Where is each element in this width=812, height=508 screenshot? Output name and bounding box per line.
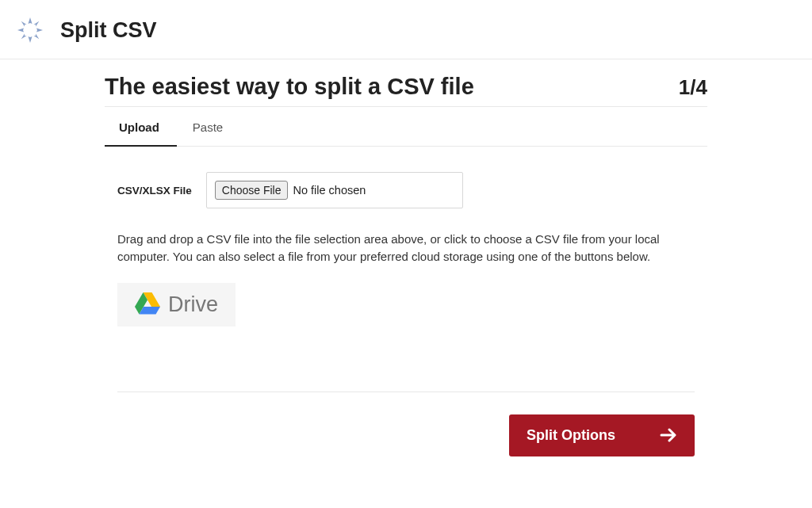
file-input-label: CSV/XLSX File: [117, 185, 192, 197]
tabs: Upload Paste: [105, 109, 707, 147]
svg-marker-3: [36, 29, 43, 32]
google-drive-label: Drive: [168, 292, 218, 317]
heading-row: The easiest way to split a CSV file 1/4: [105, 74, 707, 107]
step-indicator: 1/4: [679, 75, 707, 100]
logo-snowflake-icon: [16, 16, 44, 44]
split-options-button[interactable]: Split Options: [509, 414, 695, 456]
svg-marker-5: [34, 34, 40, 40]
footer-actions: Split Options: [117, 392, 695, 456]
tab-label: Paste: [193, 120, 223, 134]
svg-marker-6: [34, 21, 40, 27]
app-title: Split CSV: [60, 18, 157, 43]
svg-marker-2: [17, 29, 24, 32]
svg-marker-0: [29, 17, 33, 24]
file-input[interactable]: Choose File No file chosen: [206, 172, 463, 208]
form-area: CSV/XLSX File Choose File No file chosen…: [105, 147, 707, 456]
svg-marker-1: [29, 36, 33, 43]
no-file-chosen-text: No file chosen: [293, 184, 366, 197]
app-header: Split CSV: [0, 0, 812, 59]
tab-label: Upload: [119, 120, 159, 134]
choose-file-button[interactable]: Choose File: [215, 181, 289, 200]
svg-marker-7: [21, 34, 27, 40]
google-drive-button[interactable]: Drive: [117, 283, 236, 327]
google-drive-icon: [135, 292, 160, 317]
svg-marker-4: [21, 21, 27, 27]
arrow-right-icon: [660, 428, 677, 442]
split-options-label: Split Options: [527, 427, 615, 444]
page-heading: The easiest way to split a CSV file: [105, 74, 474, 100]
help-text: Drag and drop a CSV file into the file s…: [117, 231, 695, 265]
main-content: The easiest way to split a CSV file 1/4 …: [105, 59, 707, 456]
tab-paste[interactable]: Paste: [177, 109, 240, 147]
tab-upload[interactable]: Upload: [105, 109, 177, 147]
file-input-row: CSV/XLSX File Choose File No file chosen: [117, 172, 695, 208]
